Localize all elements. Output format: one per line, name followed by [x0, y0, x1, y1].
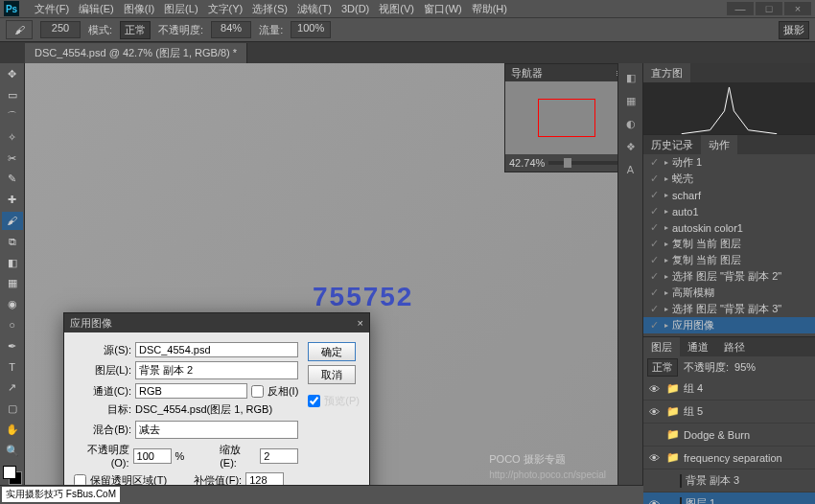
source-label: 源(S):: [74, 343, 131, 357]
layer-select[interactable]: 背景 副本 2: [135, 361, 298, 379]
heal-tool-icon[interactable]: ✚: [2, 191, 23, 210]
eraser-tool-icon[interactable]: ◧: [2, 253, 23, 272]
flow-value[interactable]: 100%: [291, 21, 331, 38]
layer-row[interactable]: 背景 副本 3: [643, 470, 815, 493]
layer-row[interactable]: 👁📁组 5: [643, 401, 815, 424]
source-select[interactable]: DSC_4554.psd: [135, 342, 298, 357]
window-min[interactable]: —: [727, 2, 754, 15]
eyedropper-tool-icon[interactable]: ✎: [2, 170, 23, 189]
gradient-tool-icon[interactable]: ▦: [2, 274, 23, 293]
hand-tool-icon[interactable]: ✋: [2, 421, 23, 440]
layers-list[interactable]: 👁📁组 4👁📁组 5📁Dodge & Burn👁📁frequency separ…: [643, 378, 815, 504]
menu-file[interactable]: 文件(F): [35, 2, 69, 16]
keep-trans-label: 保留透明区域(T): [90, 473, 167, 486]
menu-edit[interactable]: 编辑(E): [79, 2, 114, 16]
layer-row[interactable]: 📁Dodge & Burn: [643, 424, 815, 447]
zoom-tool-icon[interactable]: 🔍: [2, 441, 23, 460]
action-row[interactable]: ✓▸auto1: [643, 203, 815, 219]
menu-image[interactable]: 图像(I): [124, 2, 154, 16]
toolbox: ✥ ▭ ⌒ ✧ ✂ ✎ ✚ 🖌 ⧉ ◧ ▦ ◉ ○ ✒ T ↗ ▢ ✋ 🔍: [0, 63, 25, 485]
paths-tab[interactable]: 路径: [716, 337, 753, 356]
blend-select[interactable]: 减去: [135, 421, 298, 439]
lasso-tool-icon[interactable]: ⌒: [2, 107, 23, 126]
ps-logo: Ps: [4, 1, 19, 16]
keep-trans-checkbox[interactable]: [74, 474, 86, 486]
color-swatches[interactable]: [3, 466, 22, 485]
history-tab[interactable]: 历史记录: [643, 135, 701, 154]
histogram-tab[interactable]: 直方图: [643, 63, 690, 82]
blur-tool-icon[interactable]: ◉: [2, 295, 23, 314]
window-max[interactable]: □: [756, 2, 782, 15]
actions-list[interactable]: ✓▸动作 1✓▸蜕壳✓▸scharf✓▸auto1✓▸autoskin colo…: [643, 154, 815, 336]
navigator-preview[interactable]: [505, 81, 617, 154]
opacity-value[interactable]: 84%: [211, 21, 251, 38]
layer-opacity-value[interactable]: 95%: [734, 361, 756, 373]
workspace-select[interactable]: 摄影: [779, 21, 809, 39]
action-row[interactable]: ✓▸选择 图层 "背景 副本 2": [643, 268, 815, 285]
pen-tool-icon[interactable]: ✒: [2, 336, 23, 355]
brush-tool-icon[interactable]: 🖌: [2, 212, 23, 231]
menu-filter[interactable]: 滤镜(T): [297, 2, 332, 16]
brush-tool-icon[interactable]: 🖌: [6, 20, 33, 39]
actions-tab[interactable]: 动作: [701, 135, 737, 154]
action-row[interactable]: ✓▸应用图像: [643, 317, 815, 333]
action-row[interactable]: ✓▸autoskin color1: [643, 219, 815, 236]
opacity-input[interactable]: 100: [133, 448, 172, 464]
crop-tool-icon[interactable]: ✂: [2, 149, 23, 168]
dodge-tool-icon[interactable]: ○: [2, 316, 23, 335]
menu-select[interactable]: 选择(S): [252, 2, 288, 16]
color-icon[interactable]: ◧: [622, 69, 640, 86]
layer-row[interactable]: 👁📁frequency separation: [643, 447, 815, 470]
wand-tool-icon[interactable]: ✧: [2, 127, 23, 147]
close-icon[interactable]: ×: [358, 317, 363, 329]
zoom-slider[interactable]: [548, 161, 617, 165]
zoom-value[interactable]: 42.74%: [509, 157, 545, 169]
action-row[interactable]: ✓▸scharf: [643, 187, 815, 203]
menu-help[interactable]: 帮助(H): [472, 2, 507, 16]
shape-tool-icon[interactable]: ▢: [2, 400, 23, 419]
char-icon[interactable]: A: [622, 161, 640, 178]
channels-tab[interactable]: 通道: [680, 337, 716, 356]
scale-input[interactable]: 2: [260, 448, 298, 464]
canvas[interactable]: 755752 POCO 摄影专题 http://photo.poco.cn/sp…: [25, 63, 617, 485]
action-row[interactable]: ✓▸选择 图层 "背景 副本 3": [643, 301, 815, 317]
marquee-tool-icon[interactable]: ▭: [2, 86, 23, 105]
action-row[interactable]: ✓▸蜕壳: [643, 171, 815, 187]
layer-row[interactable]: 👁📁组 4: [643, 378, 815, 401]
menu-view[interactable]: 视图(V): [379, 2, 414, 16]
swatches-icon[interactable]: ▦: [622, 92, 640, 109]
path-tool-icon[interactable]: ↗: [2, 378, 23, 398]
channel-select[interactable]: RGB: [135, 383, 247, 399]
brush-size[interactable]: 250: [40, 21, 81, 38]
document-tab[interactable]: DSC_4554.psd @ 42.7% (图层 1, RGB/8) *: [25, 43, 247, 63]
type-tool-icon[interactable]: T: [2, 357, 23, 377]
stamp-tool-icon[interactable]: ⧉: [2, 232, 23, 251]
menu-type[interactable]: 文字(Y): [208, 2, 244, 16]
cancel-button[interactable]: 取消: [308, 365, 356, 384]
styles-icon[interactable]: ❖: [622, 138, 640, 155]
window-close[interactable]: ×: [784, 2, 811, 15]
layer-blend-select[interactable]: 正常: [647, 358, 678, 377]
blend-mode-select[interactable]: 正常: [120, 21, 151, 39]
offset-input[interactable]: 128: [245, 472, 284, 485]
panel-menu-icon[interactable]: ≡: [617, 67, 617, 79]
action-row[interactable]: ✓▸复制 当前 图层: [643, 236, 815, 252]
layer-row[interactable]: 👁图层 1: [643, 493, 815, 504]
move-tool-icon[interactable]: ✥: [2, 65, 23, 84]
invert-checkbox[interactable]: [251, 385, 264, 398]
ok-button[interactable]: 确定: [308, 342, 356, 361]
adjust-icon[interactable]: ◐: [622, 115, 640, 132]
action-row[interactable]: ✓▸动作 1: [643, 154, 815, 171]
menu-layer[interactable]: 图层(L): [164, 2, 198, 16]
navigator-panel[interactable]: 导航器≡ 42.74%: [504, 63, 617, 172]
action-row[interactable]: ✓▸设置 当前 图层: [643, 333, 815, 336]
menu-3d[interactable]: 3D(D): [341, 3, 369, 14]
preview-checkbox[interactable]: [308, 395, 320, 407]
action-row[interactable]: ✓▸复制 当前 图层: [643, 252, 815, 268]
blend-label: 混合(B):: [74, 423, 131, 437]
scale-label: 缩放(E):: [220, 443, 256, 469]
menu-window[interactable]: 窗口(W): [424, 2, 462, 16]
apply-image-dialog: 应用图像× 源(S):DSC_4554.psd 图层(L):背景 副本 2 通道…: [63, 312, 370, 485]
action-row[interactable]: ✓▸高斯模糊: [643, 285, 815, 301]
layers-tab[interactable]: 图层: [643, 337, 680, 356]
